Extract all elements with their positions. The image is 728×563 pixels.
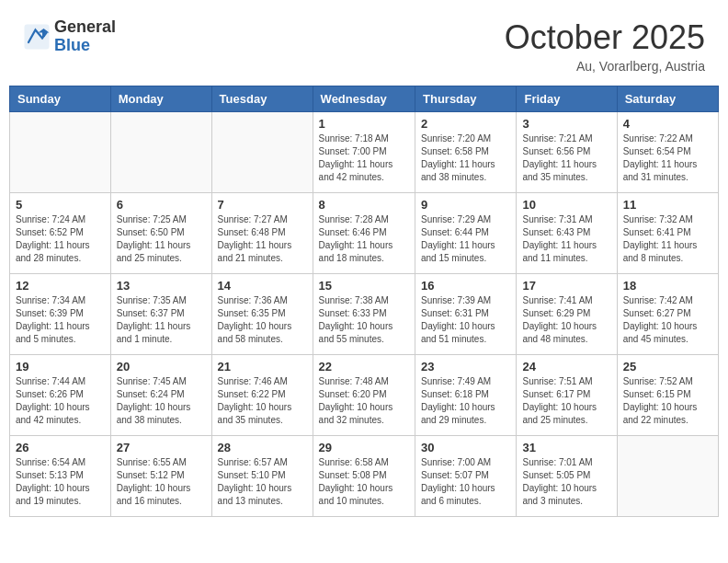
day-number: 10 [522,198,610,212]
day-number: 9 [421,198,510,212]
calendar-table: SundayMondayTuesdayWednesdayThursdayFrid… [9,86,719,517]
calendar-cell: 29Sunrise: 6:58 AM Sunset: 5:08 PM Dayli… [313,436,415,517]
day-info: Sunrise: 7:22 AM Sunset: 6:54 PM Dayligh… [623,132,712,184]
calendar-cell: 4Sunrise: 7:22 AM Sunset: 6:54 PM Daylig… [617,112,718,193]
calendar-cell: 20Sunrise: 7:45 AM Sunset: 6:24 PM Dayli… [110,355,211,436]
calendar-week-5: 26Sunrise: 6:54 AM Sunset: 5:13 PM Dayli… [10,436,719,517]
calendar-cell: 17Sunrise: 7:41 AM Sunset: 6:29 PM Dayli… [517,274,617,355]
day-number: 5 [16,198,105,212]
calendar-cell: 26Sunrise: 6:54 AM Sunset: 5:13 PM Dayli… [10,436,111,517]
day-number: 21 [218,360,307,373]
calendar-cell: 11Sunrise: 7:32 AM Sunset: 6:41 PM Dayli… [617,193,718,274]
day-number: 17 [522,279,610,293]
logo-text: General Blue [54,18,116,55]
calendar-cell: 2Sunrise: 7:20 AM Sunset: 6:58 PM Daylig… [415,112,517,193]
day-info: Sunrise: 7:21 AM Sunset: 6:56 PM Dayligh… [522,132,610,184]
calendar-cell: 9Sunrise: 7:29 AM Sunset: 6:44 PM Daylig… [415,193,517,274]
day-info: Sunrise: 7:31 AM Sunset: 6:43 PM Dayligh… [522,213,610,265]
calendar-cell: 14Sunrise: 7:36 AM Sunset: 6:35 PM Dayli… [211,274,313,355]
calendar-cell: 24Sunrise: 7:51 AM Sunset: 6:17 PM Dayli… [517,355,617,436]
calendar-week-2: 5Sunrise: 7:24 AM Sunset: 6:52 PM Daylig… [10,193,719,274]
calendar-cell: 3Sunrise: 7:21 AM Sunset: 6:56 PM Daylig… [517,112,617,193]
page-header: General Blue October 2025 Au, Vorarlberg… [9,9,719,78]
day-info: Sunrise: 7:51 AM Sunset: 6:17 PM Dayligh… [522,375,610,427]
day-number: 14 [218,279,307,293]
calendar-cell [10,112,111,193]
header-saturday: Saturday [617,86,718,112]
day-number: 30 [421,441,510,454]
day-number: 16 [421,279,510,293]
calendar-cell: 31Sunrise: 7:01 AM Sunset: 5:05 PM Dayli… [517,436,617,517]
calendar-cell: 16Sunrise: 7:39 AM Sunset: 6:31 PM Dayli… [415,274,517,355]
calendar-cell [110,112,211,193]
day-number: 29 [319,441,409,454]
day-info: Sunrise: 7:38 AM Sunset: 6:33 PM Dayligh… [319,294,409,346]
day-info: Sunrise: 7:18 AM Sunset: 7:00 PM Dayligh… [319,132,409,184]
calendar-cell: 12Sunrise: 7:34 AM Sunset: 6:39 PM Dayli… [10,274,111,355]
day-number: 1 [319,117,409,131]
title-section: October 2025 Au, Vorarlberg, Austria [505,18,705,74]
day-number: 6 [117,198,206,212]
day-info: Sunrise: 7:42 AM Sunset: 6:27 PM Dayligh… [623,294,712,346]
calendar-cell: 28Sunrise: 6:57 AM Sunset: 5:10 PM Dayli… [211,436,313,517]
calendar-cell: 5Sunrise: 7:24 AM Sunset: 6:52 PM Daylig… [10,193,111,274]
location-subtitle: Au, Vorarlberg, Austria [505,59,705,74]
day-info: Sunrise: 7:49 AM Sunset: 6:18 PM Dayligh… [421,375,510,427]
header-wednesday: Wednesday [313,86,415,112]
day-number: 28 [218,441,307,454]
day-number: 12 [16,279,105,293]
day-info: Sunrise: 7:52 AM Sunset: 6:15 PM Dayligh… [623,375,712,427]
day-info: Sunrise: 7:44 AM Sunset: 6:26 PM Dayligh… [16,375,105,427]
calendar-cell: 25Sunrise: 7:52 AM Sunset: 6:15 PM Dayli… [617,355,718,436]
day-info: Sunrise: 7:45 AM Sunset: 6:24 PM Dayligh… [117,375,206,427]
day-info: Sunrise: 7:32 AM Sunset: 6:41 PM Dayligh… [623,213,712,265]
day-number: 31 [522,441,610,454]
calendar-cell: 1Sunrise: 7:18 AM Sunset: 7:00 PM Daylig… [313,112,415,193]
calendar-cell: 30Sunrise: 7:00 AM Sunset: 5:07 PM Dayli… [415,436,517,517]
day-info: Sunrise: 7:46 AM Sunset: 6:22 PM Dayligh… [218,375,307,427]
calendar-cell: 22Sunrise: 7:48 AM Sunset: 6:20 PM Dayli… [313,355,415,436]
day-number: 11 [623,198,712,212]
day-number: 19 [16,360,105,373]
day-info: Sunrise: 7:00 AM Sunset: 5:07 PM Dayligh… [421,456,510,508]
day-info: Sunrise: 7:36 AM Sunset: 6:35 PM Dayligh… [218,294,307,346]
day-info: Sunrise: 7:41 AM Sunset: 6:29 PM Dayligh… [522,294,610,346]
day-number: 26 [16,441,105,454]
logo: General Blue [23,18,116,55]
calendar-cell: 7Sunrise: 7:27 AM Sunset: 6:48 PM Daylig… [211,193,313,274]
calendar-cell: 19Sunrise: 7:44 AM Sunset: 6:26 PM Dayli… [10,355,111,436]
header-friday: Friday [517,86,617,112]
day-number: 27 [117,441,206,454]
day-number: 20 [117,360,206,373]
day-number: 18 [623,279,712,293]
header-tuesday: Tuesday [211,86,313,112]
logo-blue-text: Blue [54,37,116,55]
day-info: Sunrise: 6:58 AM Sunset: 5:08 PM Dayligh… [319,456,409,508]
day-number: 23 [421,360,510,373]
day-info: Sunrise: 7:35 AM Sunset: 6:37 PM Dayligh… [117,294,206,346]
day-info: Sunrise: 7:27 AM Sunset: 6:48 PM Dayligh… [218,213,307,265]
calendar-cell: 15Sunrise: 7:38 AM Sunset: 6:33 PM Dayli… [313,274,415,355]
day-info: Sunrise: 7:48 AM Sunset: 6:20 PM Dayligh… [319,375,409,427]
day-info: Sunrise: 7:34 AM Sunset: 6:39 PM Dayligh… [16,294,105,346]
calendar-cell: 21Sunrise: 7:46 AM Sunset: 6:22 PM Dayli… [211,355,313,436]
logo-general-text: General [54,18,116,37]
day-number: 24 [522,360,610,373]
day-number: 22 [319,360,409,373]
calendar-header-row: SundayMondayTuesdayWednesdayThursdayFrid… [10,86,719,112]
calendar-cell: 18Sunrise: 7:42 AM Sunset: 6:27 PM Dayli… [617,274,718,355]
svg-rect-0 [25,24,50,49]
calendar-cell: 13Sunrise: 7:35 AM Sunset: 6:37 PM Dayli… [110,274,211,355]
calendar-cell: 23Sunrise: 7:49 AM Sunset: 6:18 PM Dayli… [415,355,517,436]
calendar-cell: 10Sunrise: 7:31 AM Sunset: 6:43 PM Dayli… [517,193,617,274]
day-info: Sunrise: 7:20 AM Sunset: 6:58 PM Dayligh… [421,132,510,184]
day-number: 25 [623,360,712,373]
day-info: Sunrise: 6:57 AM Sunset: 5:10 PM Dayligh… [218,456,307,508]
day-info: Sunrise: 6:55 AM Sunset: 5:12 PM Dayligh… [117,456,206,508]
day-info: Sunrise: 7:25 AM Sunset: 6:50 PM Dayligh… [117,213,206,265]
day-number: 4 [623,117,712,131]
day-number: 15 [319,279,409,293]
month-year-title: October 2025 [505,18,705,57]
day-info: Sunrise: 7:29 AM Sunset: 6:44 PM Dayligh… [421,213,510,265]
calendar-week-4: 19Sunrise: 7:44 AM Sunset: 6:26 PM Dayli… [10,355,719,436]
